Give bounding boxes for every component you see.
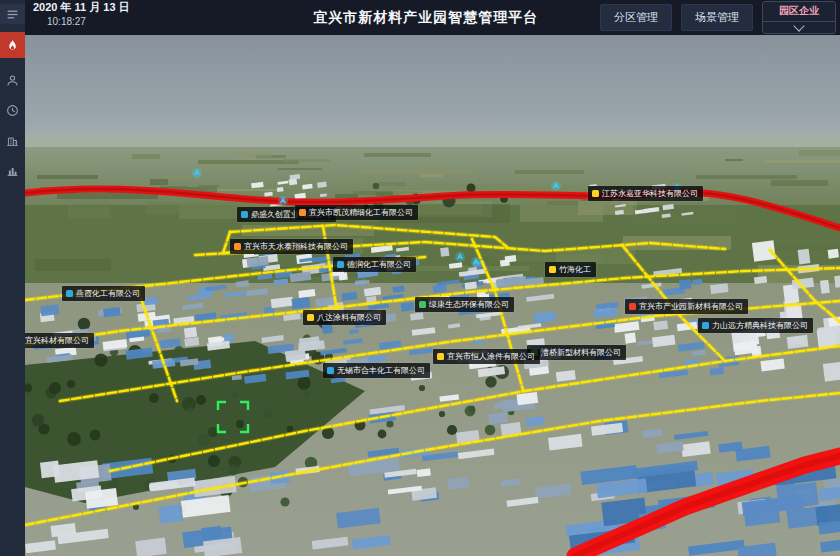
building-label-text: 竹海化工 xyxy=(559,264,591,275)
page-title: 宜兴市新材料产业园智慧管理平台 xyxy=(313,9,538,27)
building-label-text: 力山远方精典科技有限公司 xyxy=(712,320,808,331)
building-label[interactable]: 燕霞化工有限公司 xyxy=(62,286,145,301)
factory-marker-icon xyxy=(337,261,344,268)
sidebar xyxy=(0,0,25,556)
building-label-text: 漕桥新型材料有限公司 xyxy=(541,347,621,358)
scene-management-button[interactable]: 场景管理 xyxy=(681,4,753,31)
factory-marker-icon xyxy=(234,243,241,250)
factory-marker-icon xyxy=(241,211,248,218)
building-label-text: 宜兴市凯茂精细化工有限公司 xyxy=(309,207,413,218)
building-label-text: 宜兴市产业园新材料有限公司 xyxy=(639,301,743,312)
aircraft-marker xyxy=(455,252,465,262)
bar-chart-icon xyxy=(6,164,19,177)
building-label[interactable]: 宜兴市凯茂精细化工有限公司 xyxy=(295,205,418,220)
building-label[interactable]: 德润化工有限公司 xyxy=(333,257,416,272)
building-label[interactable]: 八达涂料有限公司 xyxy=(303,310,386,325)
building-label[interactable]: 无锡市合丰化工有限公司 xyxy=(323,363,430,378)
factory-marker-icon xyxy=(437,353,444,360)
building-label-text: 八达涂料有限公司 xyxy=(317,312,381,323)
factory-marker-icon xyxy=(66,290,73,297)
aircraft-marker xyxy=(192,168,202,178)
map-3d-scene xyxy=(25,35,840,556)
flame-icon xyxy=(6,39,19,52)
building-label-text: 德润化工有限公司 xyxy=(347,259,411,270)
hamburger-icon xyxy=(6,8,19,21)
datetime-block: 2020 年 11 月 13 日 10:18:27 xyxy=(33,8,130,27)
aircraft-marker xyxy=(471,257,481,267)
building-label-text: 宜兴市恒人涂件有限公司 xyxy=(447,351,535,362)
aircraft-marker xyxy=(278,196,288,206)
building-label-text: 燕霞化工有限公司 xyxy=(76,288,140,299)
factory-marker-icon xyxy=(307,314,314,321)
factory-marker-icon xyxy=(419,301,426,308)
zone-management-button[interactable]: 分区管理 xyxy=(600,4,672,31)
header-actions: 分区管理 场景管理 园区企业 xyxy=(600,1,840,34)
building-icon xyxy=(6,134,19,147)
date-label: 2020 年 11 月 13 日 xyxy=(33,2,130,13)
person-icon xyxy=(6,74,19,87)
building-label[interactable]: 宜兴市恒人涂件有限公司 xyxy=(433,349,540,364)
map-3d-viewport[interactable]: 鼎盛久创置业有限公司宜兴市凯茂精细化工有限公司宜兴市天水泰翔科技有限公司德润化工… xyxy=(25,35,840,556)
chevron-down-icon xyxy=(793,20,804,31)
building-label[interactable]: 江苏永嘉亚华科技有限公司 xyxy=(588,186,703,201)
factory-marker-icon xyxy=(327,367,334,374)
dropdown-selected-label: 园区企业 xyxy=(779,4,819,18)
building-label[interactable]: 宜兴市天水泰翔科技有限公司 xyxy=(230,239,353,254)
building-label[interactable]: 竹海化工 xyxy=(545,262,596,277)
building-label[interactable]: 力山远方精典科技有限公司 xyxy=(698,318,813,333)
building-label[interactable]: 宜兴科材有限公司 xyxy=(25,333,94,348)
building-label-text: 江苏永嘉亚华科技有限公司 xyxy=(602,188,698,199)
park-enterprise-dropdown[interactable]: 园区企业 xyxy=(762,1,836,34)
building-label[interactable]: 宜兴市产业园新材料有限公司 xyxy=(625,299,748,314)
factory-marker-icon xyxy=(592,190,599,197)
building-label-text: 宜兴科材有限公司 xyxy=(25,335,89,346)
app-window: 2020 年 11 月 13 日 10:18:27 宜兴市新材料产业园智慧管理平… xyxy=(0,0,840,556)
building-label-text: 宜兴市天水泰翔科技有限公司 xyxy=(244,241,348,252)
building-label[interactable]: 漕桥新型材料有限公司 xyxy=(527,345,626,360)
time-label: 10:18:27 xyxy=(47,17,130,27)
building-label-text: 绿康生态环保有限公司 xyxy=(429,299,509,310)
building-label-text: 无锡市合丰化工有限公司 xyxy=(337,365,425,376)
sidebar-item-menu[interactable] xyxy=(0,4,25,24)
sidebar-item-statistics[interactable] xyxy=(0,158,25,182)
sidebar-item-fire[interactable] xyxy=(0,32,25,58)
clock-icon xyxy=(6,104,19,117)
header-bar: 2020 年 11 月 13 日 10:18:27 宜兴市新材料产业园智慧管理平… xyxy=(25,0,840,35)
building-label[interactable]: 绿康生态环保有限公司 xyxy=(415,297,514,312)
factory-marker-icon xyxy=(549,266,556,273)
sidebar-item-enterprise[interactable] xyxy=(0,128,25,152)
factory-marker-icon xyxy=(299,209,306,216)
sidebar-item-history[interactable] xyxy=(0,98,25,122)
factory-marker-icon xyxy=(629,303,636,310)
factory-marker-icon xyxy=(702,322,709,329)
aircraft-marker xyxy=(551,181,561,191)
sidebar-item-personnel[interactable] xyxy=(0,68,25,92)
